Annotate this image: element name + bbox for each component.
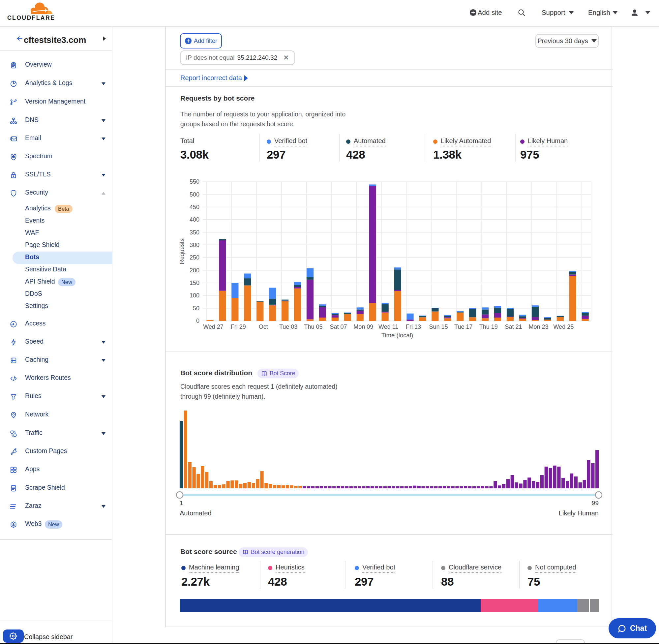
svg-text:Fri 29: Fri 29: [231, 323, 246, 330]
svg-text:Requests: Requests: [178, 238, 185, 264]
svg-text:100: 100: [190, 292, 199, 299]
svg-text:300: 300: [190, 242, 199, 248]
svg-text:Wed 11: Wed 11: [378, 323, 398, 330]
svg-text:Wed 25: Wed 25: [553, 323, 573, 330]
svg-text:200: 200: [190, 267, 199, 274]
svg-text:Automated: Automated: [180, 509, 212, 517]
svg-text:50: 50: [193, 305, 199, 312]
svg-text:550: 550: [190, 178, 199, 185]
svg-text:Sat 21: Sat 21: [505, 323, 522, 330]
svg-text:Tue 17: Tue 17: [454, 323, 472, 330]
svg-text:450: 450: [190, 204, 199, 210]
svg-text:Tue 03: Tue 03: [279, 323, 297, 330]
svg-text:250: 250: [190, 254, 199, 261]
svg-text:150: 150: [190, 280, 199, 286]
svg-text:Mon 23: Mon 23: [528, 323, 548, 330]
svg-text:Mon 09: Mon 09: [353, 323, 373, 330]
svg-text:Sun 15: Sun 15: [429, 323, 448, 330]
svg-text:Likely Human: Likely Human: [559, 509, 599, 517]
svg-text:Sat 07: Sat 07: [330, 323, 347, 330]
svg-text:99: 99: [592, 500, 599, 506]
svg-text:350: 350: [190, 229, 199, 236]
svg-text:Thu 19: Thu 19: [479, 323, 498, 330]
svg-text:0: 0: [196, 318, 199, 324]
svg-text:500: 500: [190, 191, 199, 198]
svg-text:Wed 27: Wed 27: [203, 323, 223, 330]
svg-text:1: 1: [180, 500, 183, 506]
svg-text:Oct: Oct: [259, 323, 268, 330]
svg-text:400: 400: [190, 216, 199, 223]
svg-text:Fri 13: Fri 13: [406, 323, 421, 330]
svg-text:Time (local): Time (local): [381, 332, 413, 339]
svg-text:Thu 05: Thu 05: [304, 323, 323, 330]
